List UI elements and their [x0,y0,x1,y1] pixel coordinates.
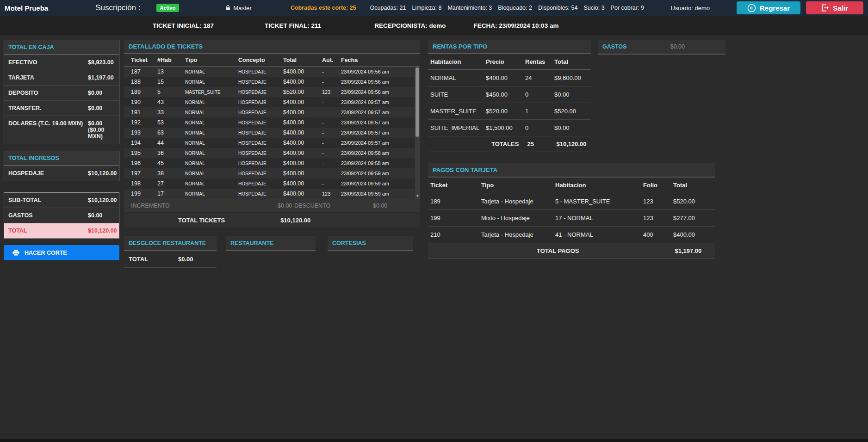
rentas-table-body: NORMAL $400.00 24 $9,600.00 SUITE $450.0… [428,70,591,136]
tickets-scroll-area: 187 13 NORMAL HOSPEDAJE $400.00 - 23/09/… [124,67,420,199]
ticket-tipo: NORMAL [185,100,238,105]
rentas-count: 24 [525,74,554,81]
incremento-descuento-row: INCREMENTO $0.00 DESCUENTO $0.00 [124,199,420,212]
rentas-total: $9,600.00 [554,74,591,81]
ticket-aut: 123 [322,191,341,196]
ticket-row: 189 5 MASTER_SUITE HOSPEDAJE $520.00 123… [124,87,420,97]
pago-folio: 400 [643,231,673,238]
restaurante-panel: RESTAURANTE [226,236,316,268]
rentas-total: $0.00 [554,124,591,131]
ticket-final: TICKET FINAL: 211 [265,22,321,29]
total-ingresos-card: TOTAL INGRESOS HOSPEDAJE $10,120.00 [4,151,119,181]
caja-row-label: EFECTIVO [8,59,88,66]
caja-row: DEPOSITO $0.00 [4,86,119,101]
room-stat: Limpieza: 8 [412,5,441,11]
ticket-inicial: TICKET INICIAL: 187 [153,22,214,29]
rentas-count: 0 [525,91,554,98]
rentas-por-tipo-panel: RENTAS POR TIPO Habitacion Precio Rentas… [428,40,591,152]
caja-row: TARJETA $1,197.00 [4,70,119,86]
ingresos-row: HOSPEDAJE $10,120.00 [4,166,119,181]
ticket-total: $400.00 [283,99,322,105]
rentas-row: MASTER_SUITE $520.00 1 $520.00 [428,103,591,120]
descuento-label: DESCUENTO [294,203,373,209]
ticket-aut: - [322,99,341,105]
lock-icon [225,5,230,11]
ticket-number: 190 [131,99,157,105]
rentas-totales-value: $10,120.00 [556,141,586,147]
ticket-aut: - [322,140,341,146]
ticket-row: 192 53 NORMAL HOSPEDAJE $400.00 - 23/09/… [124,117,420,128]
right-section: RENTAS POR TIPO Habitacion Precio Rentas… [428,40,864,259]
ticket-concepto: HOSPEDAJE [238,100,283,105]
printer-icon [12,250,19,256]
gastos-panel-header: GASTOS $0.00 [598,40,725,55]
top-bar: Motel Prueba Suscripción : Activo Master… [0,0,868,16]
pago-habitacion: 5 - MASTER_SUITE [555,198,643,205]
col-fecha: Fecha [341,57,420,63]
main-content: TOTAL EN CAJA EFECTIVO $8,923.00 TARJETA… [0,35,868,268]
scrollbar-thumb[interactable] [415,68,419,137]
caja-row-value: $0.00 ($0.00 MXN) [88,120,115,140]
ticket-number: 194 [131,140,157,146]
scrollbar-down-arrow[interactable]: ▼ [415,193,420,199]
master-label: Master [233,5,252,12]
pagos-panel-title: PAGOS CON TARJETA [428,163,715,178]
ticket-tipo: NORMAL [185,110,238,115]
ticket-fecha: 23/09/2024 09:56 am [341,79,420,85]
ticket-row: 190 43 NORMAL HOSPEDAJE $400.00 - 23/09/… [124,97,420,107]
col-rentas-total: Total [554,58,591,65]
caja-row: EFECTIVO $8,923.00 [4,55,119,70]
ticket-number: 192 [131,119,157,126]
ticket-concepto: HOSPEDAJE [238,120,283,125]
ticket-hab: 53 [157,119,185,126]
col-pago-folio: Folio [643,182,673,189]
salir-button[interactable]: Salir [806,1,863,14]
ticket-fecha: 23/09/2024 09:59 am [341,181,420,186]
desgloce-restaurante-panel: DESGLOCE RESTAURANTE TOTAL $0.00 [124,236,217,268]
regresar-button[interactable]: Regresar [737,1,800,14]
pago-tipo: Tarjeta - Hospedaje [481,198,555,205]
back-arrow-circle-icon [747,4,756,12]
ticket-total: $400.00 [283,180,322,187]
ticket-concepto: HOSPEDAJE [238,69,283,74]
ticket-aut: - [322,120,341,125]
ticket-hab: 45 [157,160,185,166]
restaurant-panels: DESGLOCE RESTAURANTE TOTAL $0.00 RESTAUR… [124,236,420,268]
pagos-table-header: Ticket Tipo Habitacion Folio Total [428,178,715,193]
tickets-scrollbar[interactable]: ▼ [415,67,420,199]
ticket-concepto: HOSPEDAJE [238,141,283,146]
ticket-tipo: NORMAL [185,69,238,74]
ticket-aut: - [322,150,341,156]
rentas-row: SUITE_IMPERIAL $1,500.00 0 $0.00 [428,120,591,136]
ticket-number: 193 [131,129,157,136]
ticket-concepto: HOSPEDAJE [238,151,283,156]
ticket-number: 188 [131,79,157,85]
ticket-concepto: HOSPEDAJE [238,90,283,95]
rentas-precio: $1,500.00 [486,124,525,131]
ticket-row: 191 33 NORMAL HOSPEDAJE $400.00 - 23/09/… [124,107,420,117]
col-precio: Precio [486,58,525,65]
ticket-fecha: 23/09/2024 09:56 am [341,89,420,95]
ticket-fecha: 23/09/2024 09:59 am [341,191,420,196]
regresar-label: Regresar [760,4,790,12]
room-stat: Mantenimiento: 3 [447,5,492,11]
ticket-tipo: MASTER_SUITE [185,90,238,95]
ticket-fecha: 23/09/2024 09:58 am [341,160,420,166]
total-tickets-value: $10,120.00 [280,217,310,224]
rentas-totales-row: TOTALES 25 $10,120.00 [428,136,591,152]
ticket-hab: 43 [157,99,185,105]
window-bottom-edge [0,439,868,442]
ticket-info-bar: TICKET INICIAL: 187 TICKET FINAL: 211 RE… [0,16,868,35]
caja-row-label: TRANSFER. [8,105,88,111]
ticket-row: 196 45 NORMAL HOSPEDAJE $400.00 - 23/09/… [124,158,420,168]
ticket-number: 197 [131,170,157,177]
gastos-row: GASTOS $0.00 [4,208,119,223]
col-pago-ticket: Ticket [430,182,481,189]
ticket-concepto: HOSPEDAJE [238,161,283,166]
restaurante-total-row: TOTAL $0.00 [124,251,217,268]
caja-row-label: TARJETA [8,74,88,81]
rentas-totales-count: 25 [527,141,556,147]
pago-tipo: Tarjeta - Hospedaje [481,231,555,238]
total-en-caja-card: TOTAL EN CAJA EFECTIVO $8,923.00 TARJETA… [4,40,119,144]
hacer-corte-button[interactable]: HACER CORTE [4,245,119,260]
